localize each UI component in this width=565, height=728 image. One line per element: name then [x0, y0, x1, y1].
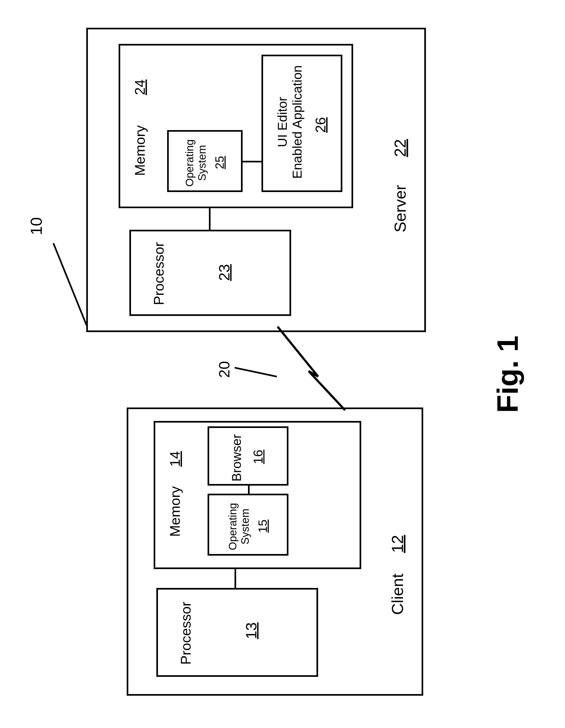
server-os-label: Operating System — [183, 139, 208, 187]
server-app-ref: 26 — [313, 117, 329, 133]
client-browser-ref: 16 — [251, 450, 265, 464]
diagram-canvas: Client 12 Processor 13 Memory 14 Operati… — [0, 0, 565, 728]
server-processor-ref: 23 — [216, 264, 233, 281]
server-processor-label: Processor — [151, 242, 167, 305]
figure-caption: Fig. 1 — [491, 336, 525, 413]
client-memory-label: Memory — [167, 486, 183, 537]
client-os-ref: 15 — [256, 520, 270, 533]
client-os-label: Operating System — [226, 503, 251, 550]
client-memory-ref: 14 — [167, 451, 183, 467]
server-proc-mem-connector — [209, 208, 210, 230]
client-processor-label: Processor — [178, 602, 194, 665]
server-os-ref: 25 — [213, 156, 227, 169]
link-ref: 20 — [216, 361, 233, 378]
link-leader — [234, 367, 277, 377]
client-browser-label: Browser — [229, 434, 244, 482]
server-memory-ref: 24 — [132, 79, 148, 95]
client-processor-ref: 13 — [242, 622, 260, 639]
server-ref: 22 — [391, 139, 410, 157]
network-link-icon — [276, 325, 347, 412]
server-app-label: UI Editor Enabled Application — [275, 60, 305, 184]
figure-ref: 10 — [27, 217, 46, 235]
server-memory-label: Memory — [132, 125, 148, 176]
client-proc-mem-connector — [234, 569, 236, 588]
client-browser-box — [207, 426, 289, 486]
server-label: Server — [391, 185, 410, 232]
client-os-browser-connector — [248, 486, 249, 494]
client-ref: 12 — [388, 535, 407, 553]
client-label: Client — [388, 574, 407, 615]
server-os-app-connector-v — [242, 161, 261, 162]
figure-leader — [53, 243, 87, 326]
